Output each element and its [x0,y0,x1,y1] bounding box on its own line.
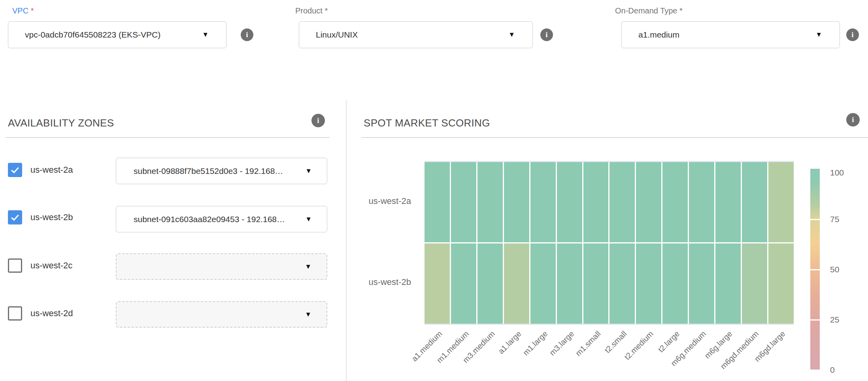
product-label: Product * [295,6,328,15]
info-glyph: i [545,30,547,39]
vpc-label-text: VPC [12,6,28,15]
y-axis-label: us-west-2b [364,242,411,323]
zone-label-us-west-2d: us-west-2d [30,308,73,319]
product-select-value: Linux/UNIX [316,30,358,40]
x-axis-label: t2.medium [623,329,655,362]
heatmap-cell-us-west-2b-m6gd.large [768,243,794,324]
heatmap-cell-us-west-2b-m6g.medium [689,243,714,324]
vpc-select[interactable]: vpc-0adcb70f645508223 (EKS-VPC) ▼ [8,21,226,48]
color-scale-tick-label: 50 [830,265,839,274]
product-info-icon[interactable]: i [540,28,553,41]
checkbox-us-west-2c[interactable] [8,258,22,273]
heatmap-cell-us-west-2b-t2.small [609,243,635,324]
on-demand-type-info-icon[interactable]: i [846,28,859,41]
subnet-select-us-west-2a[interactable]: subnet-09888f7be5152d0e3 - 192.168… ▼ [116,158,327,184]
vpc-info-icon[interactable]: i [241,28,253,41]
spot-market-info-icon[interactable]: i [846,113,860,126]
color-scale-break [810,269,820,270]
heatmap-cell-us-west-2b-t2.medium [636,243,661,324]
info-glyph: i [246,30,248,39]
zone-label-us-west-2b: us-west-2b [30,212,73,223]
chevron-down-icon: ▼ [815,31,822,39]
chevron-down-icon: ▼ [305,215,312,223]
subnet-select-value: subnet-091c603aa82e09453 - 192.168… [134,215,285,224]
on-demand-type-label-text: On-Demand Type [615,6,677,15]
vpc-select-value: vpc-0adcb70f645508223 (EKS-VPC) [25,30,160,40]
y-axis-label: us-west-2a [364,161,411,242]
product-label-text: Product [295,6,323,15]
color-scale-break [810,319,820,321]
on-demand-type-select-value: a1.medium [638,30,679,40]
heatmap-cell-us-west-2a-m1.medium [451,162,476,242]
color-scale-tick-label: 100 [830,168,844,177]
heatmap-cell-us-west-2a-m6g.medium [689,162,714,242]
heatmap-cell-us-west-2a-t2.medium [636,162,661,242]
x-axis-label: m1.large [521,329,549,357]
heatmap-cell-us-west-2b-m3.medium [477,243,503,324]
vpc-label: VPC * [12,6,34,15]
x-axis-label: t2.small [603,329,629,355]
x-axis-label: m1.small [574,329,602,358]
heatmap-cell-us-west-2a-m6gd.medium [742,162,767,242]
heatmap-cell-us-west-2a-t2.small [609,162,635,242]
availability-zones-info-icon[interactable]: i [311,114,325,127]
heatmap-y-axis: us-west-2aus-west-2b [364,161,411,323]
spot-market-scoring-title: SPOT MARKET SCORING [364,117,490,129]
color-scale-tick-label: 75 [830,215,839,224]
info-glyph: i [317,116,319,125]
heatmap-cell-us-west-2b-m1.small [583,243,609,324]
required-asterisk: * [679,6,683,15]
on-demand-type-label: On-Demand Type * [615,6,683,15]
subnet-select-us-west-2b[interactable]: subnet-091c603aa82e09453 - 192.168… ▼ [116,206,327,232]
heatmap-cell-us-west-2a-m1.small [583,162,609,242]
chevron-down-icon: ▼ [305,311,311,319]
subnet-select-us-west-2c[interactable]: ▼ [116,253,327,280]
heatmap-cell-us-west-2b-a1.large [504,243,529,324]
chevron-down-icon: ▼ [202,31,209,39]
heatmap-cell-us-west-2b-t2.large [662,243,688,324]
checkmark-icon [10,212,20,223]
heatmap-cell-us-west-2b-m6g.large [715,243,741,324]
heatmap-cell-us-west-2b-m6gd.medium [742,243,767,324]
required-asterisk: * [325,6,328,15]
heatmap-cell-us-west-2a-m1.large [530,162,556,242]
heatmap-cell-us-west-2b-m1.medium [451,243,476,324]
heatmap-cell-us-west-2a-m3.large [557,162,582,242]
heatmap-cell-us-west-2a-m6gd.large [768,162,794,242]
color-scale-bar [810,169,820,370]
heatmap-cell-us-west-2a-t2.large [662,162,688,242]
heatmap-cell-us-west-2b-m1.large [530,243,556,324]
info-glyph: i [851,30,853,39]
heatmap [425,161,794,325]
subnet-select-us-west-2d[interactable]: ▼ [116,301,327,328]
heatmap-cell-us-west-2a-a1.large [504,162,529,242]
chevron-down-icon: ▼ [305,167,312,175]
chevron-down-icon: ▼ [508,31,515,39]
info-glyph: i [852,115,854,124]
heatmap-x-axis: a1.mediumm1.mediumm3.mediuma1.largem1.la… [425,329,794,377]
subnet-select-value: subnet-09888f7be5152d0e3 - 192.168… [134,166,283,176]
heatmap-cell-us-west-2a-m6g.large [715,162,741,242]
x-axis-label: m3.large [548,329,576,357]
color-scale-tick-label: 25 [830,315,839,324]
chevron-down-icon: ▼ [305,263,311,271]
zone-label-us-west-2a: us-west-2a [30,165,73,175]
heatmap-cell-us-west-2b-m3.large [557,243,582,324]
x-axis-label: t2.large [657,329,681,354]
checkmark-icon [10,165,20,175]
spot-configuration-page: VPC * vpc-0adcb70f645508223 (EKS-VPC) ▼ … [0,0,868,381]
zone-label-us-west-2c: us-west-2c [30,260,72,271]
color-scale-break [810,219,820,220]
availability-zones-rule [6,137,330,138]
checkbox-us-west-2b[interactable] [8,210,22,224]
on-demand-type-select[interactable]: a1.medium ▼ [621,21,840,48]
heatmap-cell-us-west-2b-a1.medium [425,243,450,324]
section-divider [346,100,347,381]
checkbox-us-west-2a[interactable] [8,163,22,177]
required-asterisk: * [31,6,34,15]
heatmap-cell-us-west-2a-a1.medium [425,162,450,242]
color-scale-tick-label: 0 [830,365,835,375]
availability-zones-title: AVAILABILITY ZONES [8,117,114,129]
checkbox-us-west-2d[interactable] [8,306,22,321]
product-select[interactable]: Linux/UNIX ▼ [299,21,533,48]
